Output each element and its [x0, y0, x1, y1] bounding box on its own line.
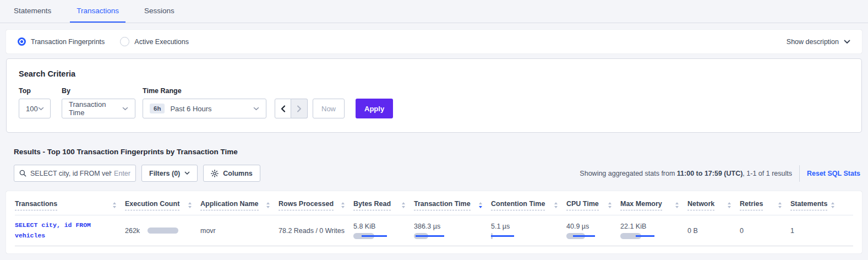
row-divider [15, 246, 853, 246]
column-header-retries[interactable]: Retries [740, 200, 790, 210]
tab-label: Transactions [77, 7, 119, 15]
cell-retries: 0 [740, 227, 790, 235]
results-controls: Enter Filters (0) Columns [14, 165, 860, 182]
table-row: SELECT city, id FROM vehicles 262k movr … [15, 215, 853, 246]
tab-label: Statements [14, 7, 51, 15]
cell-statements: 1 [790, 227, 843, 235]
reset-sql-stats-link[interactable]: Reset SQL Stats [807, 170, 860, 177]
sort-icon[interactable] [402, 202, 405, 208]
transaction-time-bar [414, 233, 465, 239]
time-range-label: Time Range [143, 87, 266, 95]
column-header-max-memory[interactable]: Max Memory [620, 200, 687, 210]
radio-active-executions[interactable]: Active Executions [120, 37, 189, 46]
cell-cpu-time: 40.9 µs [566, 223, 620, 239]
column-header-network[interactable]: Network [687, 200, 740, 210]
time-range-value: Past 6 Hours [170, 105, 211, 113]
sort-icon[interactable] [831, 202, 834, 208]
top-select[interactable]: 100 [19, 99, 51, 118]
search-criteria-controls: Top 100 By Transaction Time Ti [19, 87, 849, 118]
column-header-contention-time[interactable]: Contention Time [491, 200, 566, 210]
radio-label: Transaction Fingerprints [31, 38, 105, 46]
time-range-badge: 6h [150, 104, 165, 113]
filters-button-label: Filters (0) [149, 170, 180, 177]
vertical-divider [799, 165, 800, 182]
sort-icon[interactable] [266, 202, 270, 208]
by-select[interactable]: Transaction Time [62, 99, 135, 118]
cell-application-name: movr [200, 227, 279, 235]
sort-icon[interactable] [675, 202, 679, 208]
radio-transaction-fingerprints[interactable]: Transaction Fingerprints [18, 37, 105, 46]
fingerprint-search-box[interactable]: Enter [14, 165, 136, 182]
cell-max-memory: 22.1 KiB [620, 223, 687, 239]
view-mode-bar: Transaction Fingerprints Active Executio… [6, 30, 862, 53]
search-input[interactable] [30, 170, 112, 177]
columns-button-label: Columns [223, 170, 252, 177]
chevron-right-icon [297, 105, 302, 112]
gear-icon [211, 170, 219, 177]
cpu-time-bar [566, 233, 617, 239]
column-header-statements[interactable]: Statements [790, 200, 843, 210]
top-control: Top 100 [19, 87, 51, 118]
show-description-toggle[interactable]: Show description [787, 38, 850, 46]
radio-selected-icon [18, 37, 26, 46]
cell-bytes-read: 5.8 KiB [353, 223, 414, 239]
tab-bar: Statements Transactions Sessions [0, 0, 868, 23]
by-control: By Transaction Time [62, 87, 135, 118]
bytes-read-bar [353, 233, 404, 239]
show-description-label: Show description [787, 38, 839, 46]
time-next-button[interactable] [291, 99, 308, 118]
search-enter-hint: Enter [114, 170, 130, 177]
time-range-control: Time Range 6h Past 6 Hours [143, 87, 266, 118]
chevron-down-icon [38, 107, 44, 111]
column-header-application-name[interactable]: Application Name [200, 200, 279, 210]
by-label: By [62, 87, 135, 95]
sort-icon[interactable] [341, 202, 345, 208]
sort-icon[interactable] [113, 202, 116, 208]
tab-label: Sessions [144, 7, 174, 15]
cell-rows-processed: 78.2 Reads / 0 Writes [279, 227, 353, 235]
column-header-transaction-time[interactable]: Transaction Time [414, 200, 491, 210]
table-header-row: Transactions Execution Count Application… [15, 191, 853, 215]
stats-time-range: 11:00 to 17:59 (UTC) [677, 170, 743, 177]
column-header-execution-count[interactable]: Execution Count [125, 200, 200, 210]
sort-icon[interactable] [188, 202, 192, 208]
sort-desc-icon[interactable] [479, 202, 482, 208]
now-button[interactable]: Now [313, 99, 345, 118]
chevron-down-icon [122, 107, 128, 111]
top-label: Top [19, 87, 51, 95]
results-table: Transactions Execution Count Application… [6, 191, 862, 253]
apply-button[interactable]: Apply [356, 99, 393, 118]
transaction-fingerprint-link[interactable]: SELECT city, id FROM vehicles [15, 220, 110, 241]
time-prev-button[interactable] [275, 99, 291, 118]
radio-unselected-icon [120, 37, 129, 46]
tab-statements[interactable]: Statements [7, 0, 58, 23]
columns-button[interactable]: Columns [203, 165, 260, 182]
chevron-down-icon [184, 171, 190, 175]
filters-button[interactable]: Filters (0) [141, 165, 198, 182]
column-header-transactions[interactable]: Transactions [15, 200, 125, 210]
sort-icon[interactable] [608, 202, 612, 208]
tab-sessions[interactable]: Sessions [138, 0, 181, 23]
column-header-rows-processed[interactable]: Rows Processed [279, 200, 353, 210]
search-criteria-title: Search Criteria [19, 69, 849, 78]
contention-time-bar [491, 233, 542, 239]
cell-transaction-time: 386.3 µs [414, 223, 491, 239]
cell-network: 0 B [687, 227, 740, 235]
sort-icon[interactable] [554, 202, 558, 208]
results-title: Results - Top 100 Transaction Fingerprin… [14, 148, 868, 156]
column-header-bytes-read[interactable]: Bytes Read [353, 200, 414, 210]
chevron-down-icon [844, 40, 850, 44]
chevron-down-icon [253, 107, 259, 111]
tab-transactions[interactable]: Transactions [70, 0, 125, 23]
cell-execution-count: 262k [125, 227, 200, 235]
search-criteria-card: Search Criteria Top 100 By Transaction T… [6, 58, 862, 133]
cell-transaction: SELECT city, id FROM vehicles [15, 220, 125, 241]
cell-contention-time: 5.1 µs [491, 223, 566, 239]
aggregated-stats-text: Showing aggregated stats from 11:00 to 1… [580, 170, 792, 177]
execution-count-bar [148, 228, 178, 234]
max-memory-bar [620, 233, 671, 239]
column-header-cpu-time[interactable]: CPU Time [566, 200, 620, 210]
sort-icon[interactable] [728, 202, 731, 208]
time-range-select[interactable]: 6h Past 6 Hours [143, 99, 266, 118]
sort-icon[interactable] [778, 202, 782, 208]
